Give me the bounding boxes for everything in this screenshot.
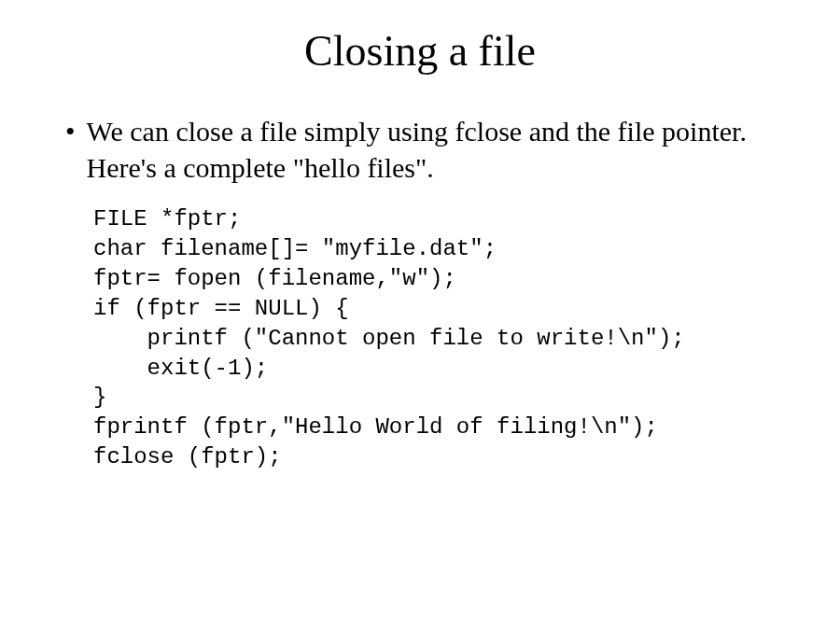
bullet-marker: • [65, 113, 76, 149]
bullet-text: We can close a file simply using fclose … [87, 113, 793, 186]
slide-content: • We can close a file simply using fclos… [47, 113, 793, 472]
bullet-item: • We can close a file simply using fclos… [65, 113, 793, 186]
slide-title: Closing a file [47, 26, 793, 76]
code-block: FILE *fptr; char filename[]= "myfile.dat… [93, 204, 793, 472]
